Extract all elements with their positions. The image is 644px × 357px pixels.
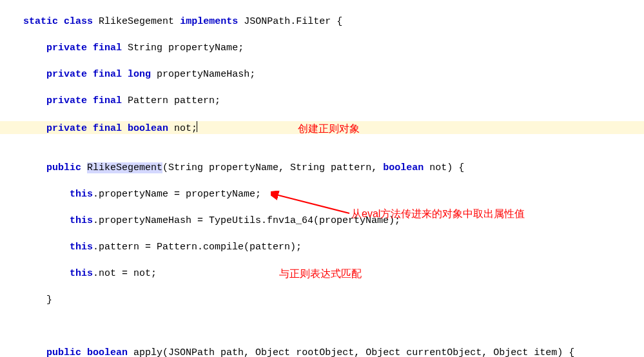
code-line: public boolean apply(JSONPath path, Obje… [0, 347, 644, 357]
text-caret [197, 121, 197, 132]
selection-highlight: RlikeSegement [87, 162, 162, 173]
code-line: private final Pattern pattern; [0, 95, 644, 108]
code-line: this.propertyNameHash = TypeUtils.fnv1a_… [0, 215, 644, 228]
code-line: this.not = not; [0, 267, 644, 281]
code-line [0, 135, 644, 149]
code-editor[interactable]: static class RlikeSegement implements JS… [0, 0, 644, 357]
code-line: this.pattern = Pattern.compile(pattern); [0, 241, 644, 255]
code-line: } [0, 294, 644, 307]
code-line: this.propertyName = propertyName; [0, 188, 644, 202]
code-line: static class RlikeSegement implements JS… [0, 15, 644, 29]
code-line: private final long propertyNameHash; [0, 68, 644, 82]
code-line [0, 320, 644, 334]
code-line-highlighted: private final boolean not; [0, 121, 644, 135]
code-line: private final String propertyName; [0, 42, 644, 55]
code-line: public RlikeSegement(String propertyName… [0, 162, 644, 175]
